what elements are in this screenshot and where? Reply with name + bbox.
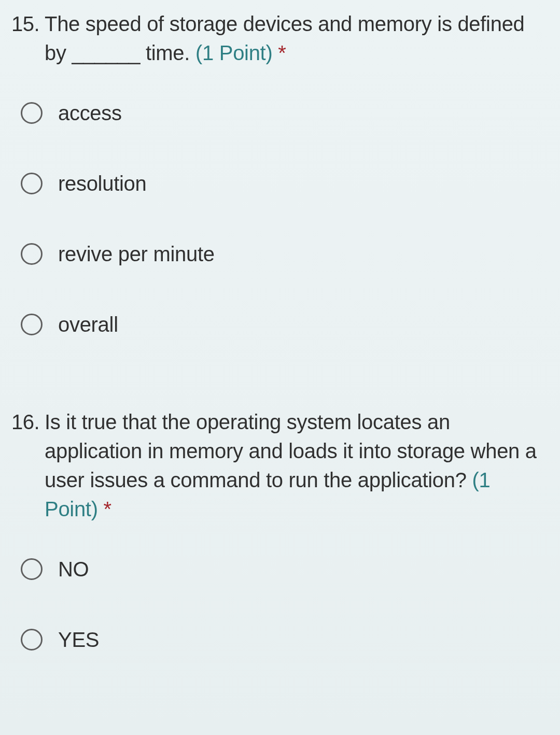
required-indicator: * [278,41,286,64]
option-label: revive per minute [58,239,215,268]
question-header: 16. Is it true that the operating system… [8,407,544,524]
radio-icon[interactable] [21,243,43,265]
radio-icon[interactable] [21,102,43,124]
question-15: 15. The speed of storage devices and mem… [0,0,560,339]
question-text: Is it true that the operating system loc… [45,407,544,524]
question-16: 16. Is it true that the operating system… [0,339,560,654]
option-label: NO [58,555,89,584]
question-points: (1 Point) [195,41,272,64]
option-resolution[interactable]: resolution [21,169,544,198]
option-revive-per-minute[interactable]: revive per minute [21,239,544,268]
options-list: access resolution revive per minute over… [8,67,544,339]
radio-icon[interactable] [21,558,43,580]
question-number: 16. [8,407,45,524]
question-header: 15. The speed of storage devices and mem… [8,9,544,67]
option-overall[interactable]: overall [21,310,544,339]
option-label: overall [58,310,118,339]
question-text: The speed of storage devices and memory … [45,9,544,67]
radio-icon[interactable] [21,173,43,194]
options-list: NO YES [8,524,544,654]
option-no[interactable]: NO [21,555,544,584]
question-number: 15. [8,9,45,67]
option-yes[interactable]: YES [21,625,544,654]
option-label: YES [58,625,99,654]
radio-icon[interactable] [21,314,43,335]
option-label: resolution [58,169,146,198]
question-prompt: Is it true that the operating system loc… [45,411,537,491]
required-indicator: * [104,498,111,520]
radio-icon[interactable] [21,629,43,651]
option-access[interactable]: access [21,98,544,128]
option-label: access [58,98,122,128]
